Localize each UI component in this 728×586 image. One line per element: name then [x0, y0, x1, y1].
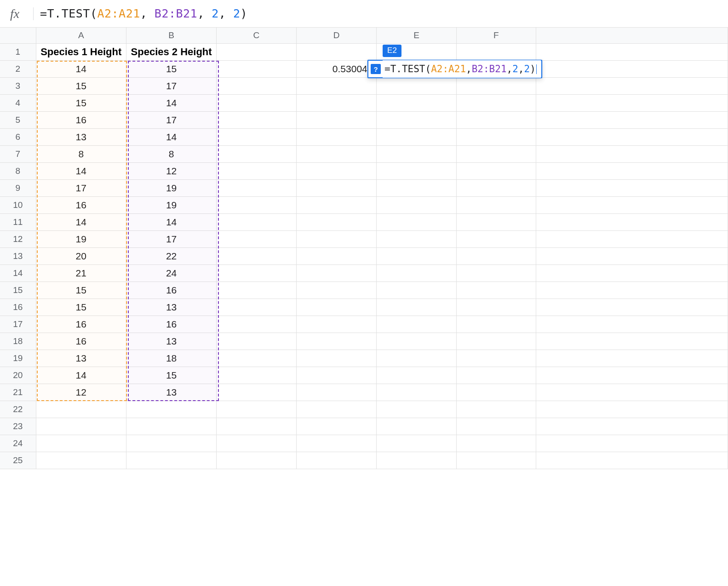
row-header[interactable]: 1 [0, 43, 36, 60]
cell[interactable]: 19 [36, 230, 126, 247]
cell[interactable] [296, 299, 377, 316]
cell[interactable] [536, 145, 728, 162]
cell[interactable] [217, 401, 296, 418]
cell[interactable] [296, 316, 377, 333]
cell[interactable] [296, 77, 377, 94]
cell[interactable]: 14 [126, 128, 216, 145]
cell[interactable] [36, 452, 126, 469]
cell[interactable] [536, 452, 728, 469]
cell[interactable]: 15 [36, 299, 126, 316]
row-header[interactable]: 9 [0, 179, 36, 196]
cell[interactable] [456, 264, 536, 282]
cell[interactable] [217, 213, 296, 230]
cell[interactable] [217, 145, 296, 162]
cell[interactable]: 20 [36, 247, 126, 264]
cell[interactable]: 17 [36, 179, 126, 196]
cell[interactable] [536, 333, 728, 350]
cell[interactable]: 14 [126, 94, 216, 111]
cell[interactable] [217, 196, 296, 213]
cell[interactable] [536, 316, 728, 333]
cell[interactable] [217, 247, 296, 264]
cell[interactable]: 0.530047 [296, 60, 377, 77]
cell[interactable]: 14 [126, 213, 216, 230]
cell[interactable] [377, 94, 456, 111]
cell[interactable] [217, 77, 296, 94]
cell[interactable]: 17 [126, 230, 216, 247]
row-header[interactable]: 12 [0, 230, 36, 247]
cell[interactable]: 13 [36, 350, 126, 367]
row-header[interactable]: 21 [0, 384, 36, 401]
cell[interactable] [456, 247, 536, 264]
cell[interactable] [456, 299, 536, 316]
cell[interactable] [217, 43, 296, 60]
cell[interactable] [536, 60, 728, 77]
cell[interactable] [456, 196, 536, 213]
cell[interactable] [217, 128, 296, 145]
cell[interactable] [296, 401, 377, 418]
row-header[interactable]: 18 [0, 333, 36, 350]
cell[interactable] [217, 299, 296, 316]
cell[interactable] [296, 367, 377, 384]
cell[interactable] [377, 452, 456, 469]
cell[interactable] [377, 43, 456, 60]
cell[interactable] [377, 367, 456, 384]
cell[interactable]: 13 [126, 384, 216, 401]
row-header[interactable]: 16 [0, 299, 36, 316]
cell[interactable] [217, 162, 296, 179]
row-header[interactable]: 22 [0, 401, 36, 418]
cell[interactable] [456, 333, 536, 350]
cell[interactable]: 17 [126, 111, 216, 128]
cell[interactable]: 13 [126, 299, 216, 316]
cell[interactable] [456, 77, 536, 94]
cell[interactable]: 16 [36, 316, 126, 333]
cell[interactable] [126, 401, 216, 418]
row-header[interactable]: 14 [0, 264, 36, 282]
col-header-A[interactable]: A [36, 28, 126, 43]
cell[interactable]: 12 [36, 384, 126, 401]
cell[interactable] [296, 333, 377, 350]
cell[interactable] [377, 316, 456, 333]
cell[interactable] [377, 282, 456, 299]
cell[interactable]: 14 [36, 162, 126, 179]
cell[interactable] [456, 367, 536, 384]
col-header-F[interactable]: F [456, 28, 536, 43]
cell[interactable] [36, 401, 126, 418]
cell[interactable]: Species 1 Height [36, 43, 126, 60]
cell[interactable] [217, 418, 296, 435]
cell[interactable] [377, 247, 456, 264]
col-header-C[interactable]: C [217, 28, 296, 43]
row-header[interactable]: 13 [0, 247, 36, 264]
cell[interactable] [456, 145, 536, 162]
spreadsheet-grid[interactable]: A B C D E F 1 Species 1 Height Species 2… [0, 28, 728, 586]
cell[interactable]: 19 [126, 179, 216, 196]
cell[interactable] [456, 213, 536, 230]
row-header[interactable]: 4 [0, 94, 36, 111]
cell[interactable]: 12 [126, 162, 216, 179]
cell[interactable] [536, 367, 728, 384]
cell[interactable]: 16 [36, 196, 126, 213]
cell[interactable] [217, 435, 296, 452]
row-header[interactable]: 15 [0, 282, 36, 299]
cell[interactable]: 22 [126, 247, 216, 264]
cell[interactable] [217, 60, 296, 77]
cell[interactable] [536, 230, 728, 247]
cell[interactable] [536, 435, 728, 452]
cell[interactable] [296, 230, 377, 247]
cell[interactable] [217, 230, 296, 247]
cell[interactable] [296, 94, 377, 111]
cell[interactable] [377, 384, 456, 401]
cell[interactable] [296, 384, 377, 401]
cell[interactable]: 24 [126, 264, 216, 282]
row-header[interactable]: 3 [0, 77, 36, 94]
cell[interactable] [126, 452, 216, 469]
cell[interactable] [296, 264, 377, 282]
col-header-D[interactable]: D [296, 28, 377, 43]
cell[interactable] [296, 435, 377, 452]
row-header[interactable]: 10 [0, 196, 36, 213]
col-header-blank[interactable] [536, 28, 728, 43]
cell[interactable]: 8 [126, 145, 216, 162]
cell[interactable] [217, 179, 296, 196]
cell[interactable] [377, 60, 456, 77]
cell[interactable] [217, 316, 296, 333]
cell[interactable] [126, 435, 216, 452]
